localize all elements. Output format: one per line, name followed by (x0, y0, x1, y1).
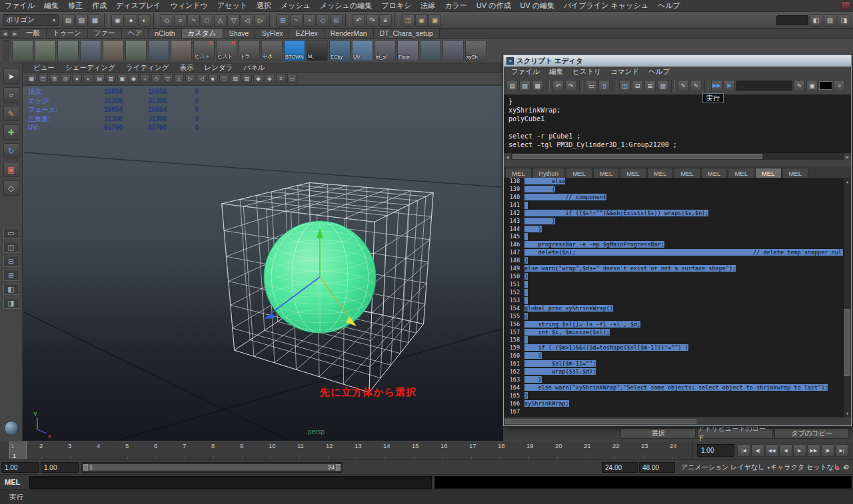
pane-splitter[interactable] (504, 160, 851, 166)
viewport-toolbar-icon[interactable]: ▷ (185, 74, 195, 83)
rotate-tool[interactable]: ↻ (3, 143, 19, 158)
shelf-tab[interactable]: カスタム (182, 29, 223, 38)
shelf-button-M。[interactable]: M。 (307, 40, 328, 61)
viewport-toolbar-icon[interactable]: □ (219, 74, 229, 83)
viewport-toolbar-icon[interactable]: ◐ (83, 74, 93, 83)
render-icon[interactable]: ◫ (402, 14, 415, 27)
open-scene-icon[interactable]: ▧ (75, 14, 88, 27)
snap-grid-icon[interactable]: ⊞ (277, 14, 289, 27)
search-field[interactable] (736, 81, 792, 91)
suppress-output-icon[interactable]: ✎ (690, 80, 702, 91)
shelf-button-BTOWN[interactable]: BTOWN (284, 40, 305, 61)
layout-two-panes-side[interactable]: ◫ (3, 242, 19, 253)
shelf-button[interactable] (148, 40, 169, 61)
quick-help-icon[interactable]: ✎ (794, 80, 805, 91)
channel-box-toggle-icon[interactable]: ◨ (838, 14, 850, 27)
mask-curves-icon[interactable]: ~ (187, 14, 200, 27)
shelf-next-button[interactable]: ▶ (11, 29, 19, 38)
shelf-tab[interactable]: トゥーン (47, 29, 88, 38)
animation-layer-dropdown[interactable]: アニメーション レイヤなし ▾ (681, 463, 770, 472)
move-tool[interactable]: ✚ (3, 125, 19, 140)
script-tab[interactable]: MEL (701, 168, 728, 178)
layout-single-pane[interactable]: ▭ (3, 228, 19, 239)
shelf-tab[interactable]: ヘア (122, 29, 149, 38)
viewport-canvas[interactable]: Yxpersp 頂点:15658156580エッジ:31308313080フェー… (23, 86, 503, 441)
range-bar[interactable] (83, 464, 341, 471)
shelf-button-ヒスト[interactable]: ヒスト✕ (193, 40, 215, 61)
snap-point-icon[interactable]: • (303, 14, 316, 27)
step-forward-frame-button[interactable]: |▶ (821, 444, 834, 457)
shelf-tab[interactable]: 一般 (20, 29, 47, 38)
viewport-toolbar-icon[interactable]: ▦ (27, 74, 37, 83)
script-tab[interactable]: Python (532, 168, 566, 178)
shelf-prev-button[interactable]: ◀ (1, 29, 9, 38)
viewport-menu[interactable]: 表示 (174, 63, 199, 73)
clear-history-icon[interactable]: ▭ (586, 80, 597, 91)
attribute-editor-toggle-icon[interactable]: ◧ (810, 14, 822, 27)
show-help-pane-icon[interactable]: ▥ (657, 80, 668, 91)
menubar-item[interactable]: 作成 (87, 0, 111, 11)
current-frame-marker[interactable]: 1 (9, 441, 27, 460)
viewport-toolbar-icon[interactable]: ▥ (106, 74, 116, 83)
script-editor-menu[interactable]: 編集 (544, 67, 568, 77)
undo-icon[interactable]: ↶ (552, 80, 564, 91)
viewport-toolbar-icon[interactable]: ◉ (129, 74, 139, 83)
shelf-button[interactable] (442, 40, 464, 61)
hscroll-thumb[interactable] (512, 154, 762, 159)
layout-split-right[interactable]: ◨ (3, 298, 19, 309)
snap-curve-icon[interactable]: ~ (290, 14, 303, 27)
shelf-tab[interactable]: ファー (88, 29, 122, 38)
new-script-icon[interactable]: ▤ (506, 80, 518, 91)
go-to-start-button[interactable]: |◀ (737, 444, 750, 457)
viewport-toolbar-icon[interactable]: ▤ (95, 74, 105, 83)
animation-end-field[interactable]: 48.00 (639, 462, 675, 473)
mask-misc-icon[interactable]: ▷ (254, 14, 267, 27)
script-tab[interactable]: MEL (620, 168, 646, 178)
viewport-toolbar-icon[interactable]: ▽ (163, 74, 173, 83)
make-live-icon[interactable]: ◎ (330, 14, 343, 27)
open-script-icon[interactable]: ▧ (519, 80, 530, 91)
auto-keyframe-toggle[interactable]: ● (833, 462, 842, 472)
shelf-button[interactable] (57, 40, 79, 61)
viewport-toolbar-icon[interactable]: ◈ (265, 74, 275, 83)
viewport-menu[interactable]: ライティング (121, 63, 174, 73)
viewport-menu[interactable]: レンダラ (199, 63, 238, 73)
viewport-toolbar-icon[interactable]: ● (72, 74, 82, 83)
play-forwards-button[interactable]: ▶ (793, 444, 806, 457)
animation-preferences-icon[interactable]: ⚙ (842, 462, 851, 472)
menubar-item[interactable]: カラー (440, 0, 472, 11)
animation-start-field[interactable]: 1.00 (1, 462, 39, 473)
save-scene-icon[interactable]: ▦ (89, 14, 101, 27)
script-tab[interactable]: MEL (782, 168, 809, 178)
line-numbers-icon[interactable]: ≡ (834, 80, 845, 91)
menu-set-dropdown[interactable]: ポリゴン ▾ (3, 14, 59, 26)
shelf-menu-button[interactable] (3, 40, 9, 61)
scroll-left-icon[interactable]: ◀ (504, 153, 511, 160)
viewport-menu[interactable]: シェーディング (60, 63, 121, 73)
menubar-item[interactable]: アセット (213, 0, 252, 11)
shelf-tab[interactable]: Shave (223, 29, 256, 38)
shelf-button[interactable] (171, 40, 192, 61)
shelf-button[interactable] (80, 40, 101, 61)
shelf-button-トラ[interactable]: トラ (239, 40, 260, 61)
menubar-item[interactable]: 編集 (39, 0, 63, 11)
perspective-view-icon[interactable] (4, 421, 19, 435)
viewport-toolbar-icon[interactable]: ⊞ (49, 74, 59, 83)
playback-end-field[interactable]: 24.00 (602, 462, 638, 473)
shelf-button-Floor[interactable]: Floor (397, 40, 419, 61)
vscroll-thumb[interactable] (844, 309, 850, 376)
menubar-item[interactable]: UV の作成 (472, 0, 516, 11)
select-hierarchy-icon[interactable]: ◉ (111, 14, 124, 27)
playback-range-slider[interactable]: 1 24 (81, 462, 343, 473)
script-tab[interactable]: MEL (566, 168, 592, 178)
script-tab[interactable]: MEL (647, 168, 674, 178)
select-object-icon[interactable]: ● (125, 14, 137, 27)
menubar-item[interactable]: 選択 (252, 0, 276, 11)
viewport-toolbar-icon[interactable]: △ (174, 74, 184, 83)
script-editor-menu[interactable]: コマンド (606, 67, 644, 77)
menubar-item[interactable]: ヘルプ (653, 0, 685, 11)
script-tab[interactable]: MEL (674, 168, 700, 178)
mask-handles-icon[interactable]: ◇ (161, 14, 173, 27)
viewport-toolbar-icon[interactable]: ≡ (276, 74, 286, 83)
select-tool[interactable]: ➤ (3, 69, 19, 84)
